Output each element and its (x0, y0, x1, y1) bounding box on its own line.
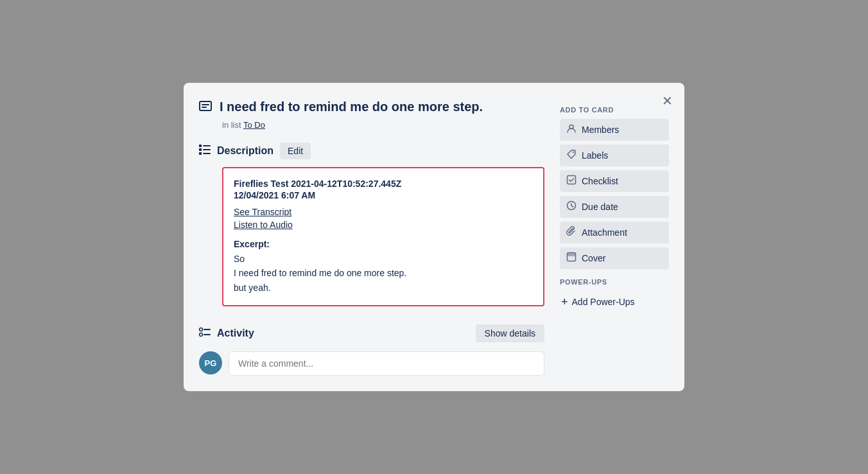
svg-rect-5 (199, 148, 202, 151)
svg-rect-12 (204, 334, 211, 335)
description-content-box: Fireflies Test 2021-04-12T10:52:27.445Z … (222, 167, 544, 306)
description-title: Description (217, 145, 273, 157)
card-header: I need fred to remind me do one more ste… (199, 98, 544, 115)
checklist-label: Checklist (582, 176, 618, 186)
labels-label: Labels (582, 150, 608, 161)
excerpt-line-3: but yeah. (234, 281, 533, 295)
description-icon (199, 145, 211, 157)
svg-rect-7 (199, 152, 202, 155)
excerpt-line-1: So (234, 252, 533, 266)
cover-button[interactable]: Cover (560, 247, 669, 269)
due-date-icon (566, 200, 577, 213)
edit-description-button[interactable]: Edit (280, 143, 311, 159)
close-button[interactable]: ✕ (659, 92, 675, 110)
meeting-date: 12/04/2021 6:07 AM (234, 190, 533, 200)
card-title: I need fred to remind me do one more ste… (220, 98, 483, 115)
power-ups-section: POWER-UPS + Add Power-Ups (560, 278, 669, 313)
activity-section: Activity Show details PG (199, 324, 544, 376)
add-power-ups-icon: + (561, 295, 568, 309)
svg-point-14 (573, 152, 574, 153)
svg-point-11 (200, 333, 203, 337)
modal-overlay: ✕ I need fred to remind me do one more s… (0, 0, 868, 474)
show-details-button[interactable]: Show details (476, 324, 544, 342)
excerpt-text: So I need fred to remind me do one more … (234, 252, 533, 295)
activity-title-group: Activity (199, 327, 254, 340)
svg-rect-4 (203, 145, 211, 146)
activity-title: Activity (217, 328, 254, 339)
svg-rect-10 (204, 329, 211, 330)
labels-icon (566, 149, 577, 162)
activity-header: Activity Show details (199, 324, 544, 342)
svg-rect-1 (202, 104, 209, 105)
checklist-button[interactable]: Checklist (560, 170, 669, 192)
checklist-icon (566, 175, 577, 188)
members-icon (566, 123, 577, 136)
add-power-ups-label: Add Power-Ups (572, 297, 635, 307)
see-transcript-link[interactable]: See Transcript (234, 207, 533, 217)
labels-button[interactable]: Labels (560, 145, 669, 166)
activity-icon (199, 327, 211, 340)
avatar: PG (199, 351, 222, 374)
list-link[interactable]: To Do (243, 120, 265, 130)
meeting-title: Fireflies Test 2021-04-12T10:52:27.445Z (234, 179, 533, 189)
svg-rect-8 (203, 153, 211, 154)
comment-area: PG (199, 351, 544, 376)
listen-audio-link[interactable]: Listen to Audio (234, 220, 533, 230)
svg-rect-18 (568, 252, 576, 256)
card-list-info: in list To Do (222, 120, 544, 130)
description-header: Description Edit (199, 143, 544, 159)
sidebar: ADD TO CARD Members Labels (560, 98, 669, 376)
svg-rect-15 (568, 175, 576, 184)
add-to-card-label: ADD TO CARD (560, 106, 669, 114)
power-ups-label: POWER-UPS (560, 278, 669, 286)
svg-rect-2 (202, 107, 207, 108)
cover-icon (566, 252, 577, 265)
members-label: Members (582, 125, 619, 135)
svg-rect-6 (203, 149, 211, 150)
description-section: Description Edit Fireflies Test 2021-04-… (199, 143, 544, 306)
due-date-button[interactable]: Due date (560, 196, 669, 218)
excerpt-label: Excerpt: (234, 239, 533, 249)
attachment-label: Attachment (582, 227, 627, 238)
comment-input[interactable] (229, 351, 544, 376)
due-date-label: Due date (582, 202, 618, 212)
card-modal: ✕ I need fred to remind me do one more s… (184, 83, 684, 391)
attachment-icon (566, 226, 577, 239)
svg-rect-0 (200, 101, 211, 110)
svg-point-9 (200, 328, 203, 331)
add-power-ups-button[interactable]: + Add Power-Ups (560, 291, 669, 313)
excerpt-line-2: I need fred to remind me do one more ste… (234, 266, 533, 280)
card-type-icon (199, 101, 212, 114)
cover-label: Cover (582, 253, 605, 263)
attachment-button[interactable]: Attachment (560, 222, 669, 243)
modal-main: I need fred to remind me do one more ste… (199, 98, 544, 376)
members-button[interactable]: Members (560, 119, 669, 141)
svg-rect-3 (199, 145, 202, 147)
